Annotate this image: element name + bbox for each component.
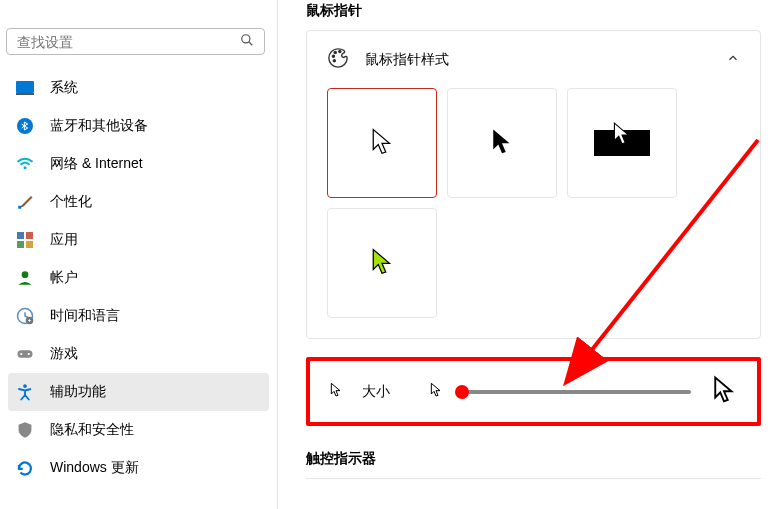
svg-rect-9 xyxy=(17,241,24,248)
svg-point-0 xyxy=(242,35,250,43)
bluetooth-icon xyxy=(16,117,34,135)
accessibility-icon xyxy=(16,383,34,401)
sidebar-item-label: 系统 xyxy=(50,79,78,97)
sidebar-item-label: 隐私和安全性 xyxy=(50,421,134,439)
pointer-style-white[interactable] xyxy=(327,88,437,198)
sidebar-item-label: 游戏 xyxy=(50,345,78,363)
sidebar-item-bluetooth[interactable]: 蓝牙和其他设备 xyxy=(0,107,277,145)
sidebar-item-apps[interactable]: 应用 xyxy=(0,221,277,259)
system-icon xyxy=(16,79,34,97)
gamepad-icon xyxy=(16,345,34,363)
svg-rect-10 xyxy=(26,241,33,248)
section-title-touch: 触控指示器 xyxy=(306,450,761,468)
sidebar-item-accounts[interactable]: 帐户 xyxy=(0,259,277,297)
svg-rect-7 xyxy=(17,232,24,239)
sidebar-item-label: 个性化 xyxy=(50,193,92,211)
sidebar-item-time[interactable]: 时间和语言 xyxy=(0,297,277,335)
sidebar-item-system[interactable]: 系统 xyxy=(0,69,277,107)
svg-point-16 xyxy=(28,353,30,355)
sidebar-item-network[interactable]: 网络 & Internet xyxy=(0,145,277,183)
shield-icon xyxy=(16,421,34,439)
sidebar-item-label: 应用 xyxy=(50,231,78,249)
wifi-icon xyxy=(16,155,34,173)
sidebar-nav: 系统 蓝牙和其他设备 网络 & Internet 个性化 xyxy=(0,69,277,487)
apps-icon xyxy=(16,231,34,249)
sidebar-item-label: 时间和语言 xyxy=(50,307,120,325)
divider xyxy=(306,478,761,479)
clock-icon xyxy=(16,307,34,325)
svg-rect-3 xyxy=(16,93,34,95)
pointer-size-card: 大小 xyxy=(306,357,761,426)
search-input-wrap[interactable] xyxy=(6,28,265,55)
svg-point-5 xyxy=(24,166,27,169)
sidebar-item-accessibility[interactable]: 辅助功能 xyxy=(8,373,269,411)
slider-max-icon xyxy=(709,375,739,408)
cursor-black-icon xyxy=(489,127,515,160)
sidebar-item-privacy[interactable]: 隐私和安全性 xyxy=(0,411,277,449)
svg-point-15 xyxy=(20,353,22,355)
svg-rect-8 xyxy=(26,232,33,239)
cursor-white-icon xyxy=(369,127,395,160)
slider-thumb[interactable] xyxy=(455,385,469,399)
brush-icon xyxy=(16,193,34,211)
search-input[interactable] xyxy=(17,34,240,50)
sidebar-item-label: 网络 & Internet xyxy=(50,155,143,173)
svg-rect-6 xyxy=(18,206,21,209)
sidebar-item-label: Windows 更新 xyxy=(50,459,139,477)
pointer-style-card: 鼠标指针样式 xyxy=(306,30,761,339)
inverted-demo xyxy=(594,130,650,156)
palette-icon xyxy=(327,47,349,72)
svg-point-20 xyxy=(339,50,341,52)
cursor-small-icon xyxy=(328,382,344,401)
search-icon xyxy=(240,33,254,50)
svg-point-21 xyxy=(333,60,335,62)
pointer-style-black[interactable] xyxy=(447,88,557,198)
size-slider[interactable] xyxy=(462,390,691,394)
sidebar-item-label: 辅助功能 xyxy=(50,383,106,401)
sidebar-item-label: 帐户 xyxy=(50,269,78,287)
sidebar-item-update[interactable]: Windows 更新 xyxy=(0,449,277,487)
person-icon xyxy=(16,269,34,287)
chevron-up-icon xyxy=(726,51,740,68)
update-icon xyxy=(16,459,34,477)
pointer-style-custom[interactable] xyxy=(327,208,437,318)
pointer-style-header[interactable]: 鼠标指针样式 xyxy=(307,31,760,88)
svg-point-17 xyxy=(23,384,27,388)
svg-point-19 xyxy=(334,51,336,53)
sidebar-item-gaming[interactable]: 游戏 xyxy=(0,335,277,373)
sidebar-item-personalize[interactable]: 个性化 xyxy=(0,183,277,221)
pointer-style-label: 鼠标指针样式 xyxy=(365,51,449,69)
svg-point-11 xyxy=(22,271,29,278)
pointer-style-inverted[interactable] xyxy=(567,88,677,198)
slider-min-icon xyxy=(428,382,444,401)
section-title-pointer: 鼠标指针 xyxy=(306,2,761,20)
svg-line-1 xyxy=(249,42,253,46)
svg-rect-14 xyxy=(18,350,33,358)
cursor-green-icon xyxy=(369,247,395,280)
sidebar-item-label: 蓝牙和其他设备 xyxy=(50,117,148,135)
size-label: 大小 xyxy=(362,383,390,401)
svg-rect-2 xyxy=(16,81,34,93)
svg-point-18 xyxy=(332,55,334,57)
